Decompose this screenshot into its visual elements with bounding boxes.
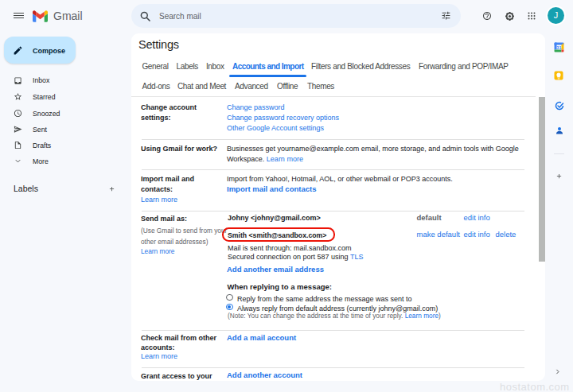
svg-text:31: 31 bbox=[556, 45, 561, 50]
